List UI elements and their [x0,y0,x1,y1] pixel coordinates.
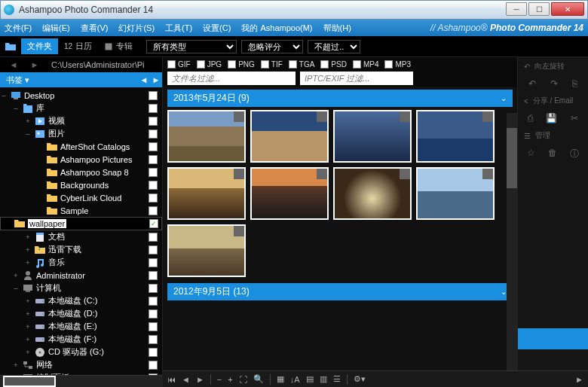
tree-checkbox[interactable] [149,130,158,139]
thumb-menu-icon[interactable] [234,111,244,122]
tree-item[interactable]: –Desktop [0,89,162,102]
tree-checkbox[interactable] [149,206,158,215]
format-check-png[interactable]: PNG [228,60,255,69]
tree-checkbox[interactable] [149,233,158,242]
zoom-in-icon[interactable]: + [228,375,232,384]
tree-item[interactable]: –库 [0,102,162,114]
tree-item[interactable]: Backgrounds [0,178,162,191]
format-check-tga[interactable]: TGA [289,60,315,69]
tree-item[interactable]: CyberLink Cloud [0,191,162,204]
tree-checkbox[interactable] [149,245,158,254]
share-button[interactable]: <分享 / Email [518,92,588,110]
tree-item[interactable]: +视频 [0,114,162,127]
tree-checkbox[interactable] [149,284,158,293]
tree-checkbox[interactable] [149,155,158,164]
thumb-menu-icon[interactable] [234,169,244,179]
rating-filter-select[interactable]: 忽略评分 [241,40,303,53]
tree-checkbox[interactable] [149,142,158,151]
tab-prev-icon[interactable]: ◄ [138,75,150,84]
fit-icon[interactable]: ⛶ [239,375,247,384]
redo-icon[interactable]: ↷ [550,78,558,89]
tab-album[interactable]: 专辑 [98,38,139,54]
format-check-psd[interactable]: PSD [320,60,347,69]
tab-next-icon[interactable]: ► [150,75,162,84]
thumbnail[interactable] [416,167,495,220]
tree-item[interactable]: +CD 驱动器 (G:) [0,346,162,358]
format-check-tif[interactable]: TIF [261,60,283,69]
opts-icon[interactable]: ⚙▾ [354,374,366,384]
save-icon[interactable]: 💾 [546,113,557,123]
tree-checkbox[interactable] [149,91,158,100]
thumb-menu-icon[interactable] [482,111,493,122]
menu-item[interactable]: 幻灯片(S) [118,23,155,34]
thumb-menu-icon[interactable] [317,169,327,179]
tab-folder[interactable]: 文件夹 [21,38,58,54]
tree-item[interactable]: Sample [0,204,162,217]
minimize-button[interactable]: ─ [506,2,527,16]
search-icon[interactable]: 🔍 [253,374,264,384]
menu-item[interactable]: 帮助(H) [323,23,351,34]
tree-checkbox[interactable] [149,194,158,203]
tree-item[interactable]: Ashampoo Snap 8 [0,166,162,178]
tree-item[interactable]: –计算机 [0,282,162,294]
group-header[interactable]: 2013年5月24日 (9)⌄ [167,90,513,107]
nav-back-icon[interactable]: ◄ [5,56,23,73]
menu-item[interactable]: 文件(F) [5,23,32,34]
thumbnail[interactable] [333,167,412,220]
prev-icon[interactable]: ◄ [182,375,190,384]
tree-checkbox[interactable] [149,348,158,357]
thumbnail[interactable] [250,110,329,163]
cut-icon[interactable]: ✂ [571,113,578,123]
tree-item[interactable]: +网络 [0,358,162,371]
trash-icon[interactable]: 🗑 [548,148,557,160]
nav-fwd-icon[interactable]: ► [26,56,44,73]
tree-item[interactable]: +本地磁盘 (F:) [0,333,162,346]
thumbnail[interactable] [250,167,329,220]
tree-checkbox[interactable] [149,117,158,126]
thumbnail[interactable] [167,110,246,163]
menu-item[interactable]: 设置(C) [203,23,231,34]
view2-icon[interactable]: ▤ [306,374,314,384]
star-icon[interactable]: ☆ [527,148,535,160]
more-filter-select[interactable]: 不超过... [308,40,360,53]
tree-checkbox[interactable] [149,361,158,370]
bookmarks-tab[interactable]: 书签 ▾ [0,75,35,86]
thumb-menu-icon[interactable] [234,226,244,236]
address-bar[interactable]: C:\Users\Administrator\Pi [45,60,159,69]
tree-item[interactable]: +本地磁盘 (D:) [0,307,162,320]
menu-item[interactable]: 查看(V) [81,23,109,34]
tree-checkbox[interactable]: ✓ [149,219,158,228]
tree-checkbox[interactable] [149,181,158,190]
maximize-button[interactable]: ☐ [528,2,550,16]
sidebar-hscroll[interactable] [0,375,162,387]
tree-item[interactable]: AfterShot Catalogs [0,140,162,153]
thumb-menu-icon[interactable] [317,111,327,122]
tree-item[interactable]: –图片 [0,127,162,140]
tree-item[interactable]: +迅雷下载 [0,243,162,256]
tree-item[interactable]: +本地磁盘 (E:) [0,320,162,333]
tree-checkbox[interactable] [149,258,158,267]
copy-icon[interactable]: ⎘ [572,78,577,89]
format-check-gif[interactable]: GIF [167,60,191,69]
thumb-menu-icon[interactable] [400,111,410,122]
info-icon[interactable]: ⓘ [570,148,579,160]
type-filter-select[interactable]: 所有类型 [146,40,237,53]
tree-item[interactable]: Ashampoo Pictures [0,153,162,166]
tree-item[interactable]: +音乐 [0,256,162,269]
tree-checkbox[interactable] [149,104,158,113]
folder-tree[interactable]: –Desktop–库+视频–图片AfterShot CatalogsAshamp… [0,87,162,375]
tree-checkbox[interactable] [149,168,158,177]
format-check-mp4[interactable]: MP4 [353,60,379,69]
view3-icon[interactable]: ▥ [320,374,327,384]
menu-item[interactable]: 编辑(E) [42,23,70,34]
first-icon[interactable]: ⏮ [167,375,176,384]
tree-item[interactable]: +Administrator [0,269,162,282]
thumb-menu-icon[interactable] [400,169,410,179]
filename-filter-input[interactable] [167,72,296,85]
thumb-menu-icon[interactable] [482,169,493,179]
group-header[interactable]: 2012年9月5日 (13)⌄ [167,283,513,300]
gallery-vscroll[interactable] [507,113,517,370]
tree-checkbox[interactable] [149,309,158,318]
tree-checkbox[interactable] [149,297,158,306]
view4-icon[interactable]: ☰ [333,374,341,384]
